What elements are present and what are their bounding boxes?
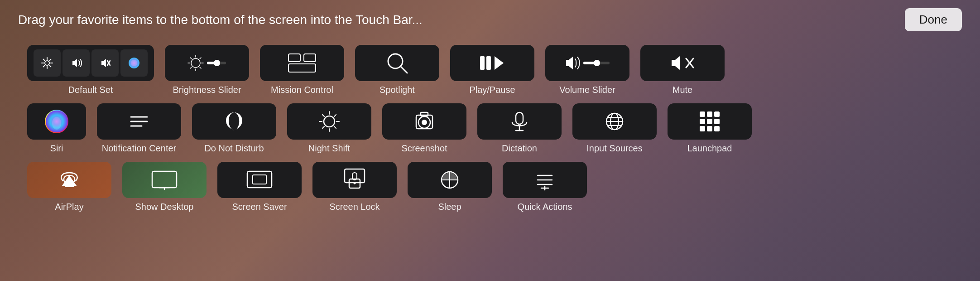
sleep-button[interactable]	[408, 162, 492, 198]
svg-rect-56	[516, 112, 523, 124]
svg-rect-26	[304, 54, 316, 62]
sleep-label: Sleep	[438, 202, 461, 212]
item-siri[interactable]: Siri	[27, 103, 86, 154]
notification-center-button[interactable]	[97, 103, 181, 140]
show-desktop-label: Show Desktop	[135, 202, 194, 212]
svg-line-19	[200, 67, 201, 68]
svg-point-39	[52, 117, 61, 130]
svg-line-21	[190, 67, 192, 68]
instruction-text: Drag your favorite items to the bottom o…	[18, 13, 423, 27]
spotlight-button[interactable]	[355, 45, 439, 81]
siri-label: Siri	[50, 143, 63, 154]
done-button[interactable]: Done	[905, 8, 962, 31]
item-spotlight[interactable]: Spotlight	[355, 45, 439, 95]
svg-point-24	[214, 60, 220, 66]
night-shift-button[interactable]	[287, 103, 371, 140]
input-sources-button[interactable]	[572, 103, 657, 140]
svg-rect-67	[700, 119, 705, 124]
dictation-label: Dictation	[502, 143, 537, 154]
item-mission-control[interactable]: Mission Control	[260, 45, 344, 95]
item-play-pause[interactable]: Play/Pause	[450, 45, 534, 95]
item-dictation[interactable]: Dictation	[477, 103, 562, 154]
default-set-button[interactable]	[27, 45, 154, 81]
svg-rect-27	[288, 64, 316, 72]
grid-row-3: AirPlay Show Desktop Screen Saver	[27, 162, 953, 212]
show-desktop-button[interactable]	[122, 162, 207, 198]
svg-line-20	[200, 58, 201, 59]
mission-control-button[interactable]	[260, 45, 344, 81]
svg-marker-73	[63, 176, 76, 185]
screenshot-button[interactable]	[382, 103, 466, 140]
svg-point-13	[191, 58, 200, 68]
item-mute[interactable]: Mute	[640, 45, 725, 95]
airplay-label: AirPlay	[55, 202, 83, 212]
svg-rect-75	[152, 171, 177, 188]
quick-actions-label: Quick Actions	[517, 202, 572, 212]
svg-rect-25	[288, 54, 300, 62]
svg-line-7	[50, 59, 51, 61]
svg-rect-74	[65, 185, 74, 187]
item-quick-actions[interactable]: Quick Actions	[503, 162, 587, 212]
svg-point-83	[354, 182, 356, 184]
do-not-disturb-button[interactable]	[192, 103, 276, 140]
siri-button[interactable]	[27, 103, 86, 140]
screen-saver-label: Screen Saver	[232, 202, 287, 212]
svg-line-50	[334, 115, 336, 116]
item-brightness-slider[interactable]: Brightness Slider	[165, 45, 249, 95]
svg-point-35	[594, 60, 600, 66]
screen-lock-label: Screen Lock	[329, 202, 380, 212]
grid-container: Default Set Br	[0, 36, 980, 221]
screen-saver-button[interactable]	[217, 162, 302, 198]
item-screenshot[interactable]: Screenshot	[382, 103, 466, 154]
svg-rect-69	[714, 119, 720, 124]
volume-slider-label: Volume Slider	[559, 85, 615, 95]
brightness-slider-button[interactable]	[165, 45, 249, 81]
svg-rect-78	[247, 171, 272, 188]
item-screen-saver[interactable]: Screen Saver	[217, 162, 302, 212]
svg-rect-64	[700, 111, 705, 117]
screen-lock-button[interactable]	[312, 162, 397, 198]
quick-actions-button[interactable]	[503, 162, 587, 198]
brightness-icon	[34, 49, 61, 77]
svg-rect-72	[714, 126, 720, 131]
item-sleep[interactable]: Sleep	[408, 162, 492, 212]
svg-line-49	[334, 126, 336, 128]
siri-ds-icon	[120, 49, 148, 77]
svg-rect-66	[714, 111, 720, 117]
launchpad-button[interactable]	[668, 103, 752, 140]
mute-button[interactable]	[640, 45, 725, 81]
item-notification-center[interactable]: Notification Center	[97, 103, 181, 154]
svg-line-6	[50, 66, 51, 67]
input-sources-label: Input Sources	[586, 143, 642, 154]
item-input-sources[interactable]: Input Sources	[572, 103, 657, 154]
volume-slider-button[interactable]	[545, 45, 629, 81]
svg-rect-55	[421, 112, 428, 116]
screenshot-label: Screenshot	[401, 143, 447, 154]
do-not-disturb-label: Do Not Disturb	[204, 143, 264, 154]
item-night-shift[interactable]: Night Shift	[287, 103, 371, 154]
dictation-button[interactable]	[477, 103, 562, 140]
svg-line-8	[43, 66, 45, 67]
play-pause-button[interactable]	[450, 45, 534, 81]
svg-rect-30	[480, 56, 485, 70]
night-shift-label: Night Shift	[308, 143, 350, 154]
airplay-button[interactable]	[27, 162, 111, 198]
item-default-set[interactable]: Default Set	[27, 45, 154, 95]
svg-rect-68	[707, 119, 712, 124]
item-volume-slider[interactable]: Volume Slider	[545, 45, 629, 95]
svg-point-0	[45, 61, 49, 65]
svg-rect-70	[700, 126, 705, 131]
svg-rect-79	[253, 175, 266, 184]
item-airplay[interactable]: AirPlay	[27, 162, 111, 212]
brightness-slider-label: Brightness Slider	[173, 85, 241, 95]
volume-ds-icon	[62, 49, 90, 77]
grid-row-2: Siri Notification Center Do Not Distu	[27, 103, 953, 154]
item-do-not-disturb[interactable]: Do Not Disturb	[192, 103, 276, 154]
mute-ds-icon	[91, 49, 119, 77]
grid-row-1: Default Set Br	[27, 45, 953, 95]
item-screen-lock[interactable]: Screen Lock	[312, 162, 397, 212]
item-launchpad[interactable]: Launchpad	[668, 103, 752, 154]
svg-line-5	[43, 59, 45, 61]
item-show-desktop[interactable]: Show Desktop	[122, 162, 207, 212]
mute-label: Mute	[673, 85, 692, 95]
